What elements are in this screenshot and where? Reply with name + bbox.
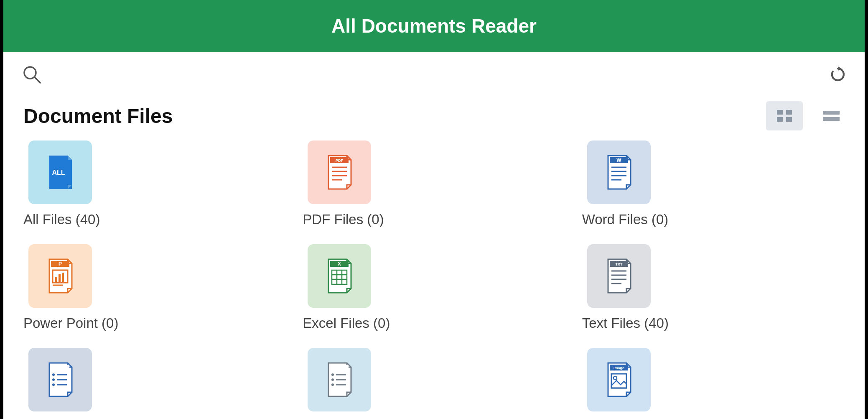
list-view-icon bbox=[821, 107, 841, 124]
category-label-xls: Excel Files (0) bbox=[303, 315, 390, 331]
svg-point-47 bbox=[52, 383, 55, 386]
refresh-button[interactable] bbox=[826, 63, 850, 86]
category-tile-txt: TXT bbox=[587, 244, 651, 308]
svg-text:PDF: PDF bbox=[336, 158, 344, 163]
svg-text:W: W bbox=[616, 157, 621, 163]
category-txt[interactable]: TXT Text Files (40) bbox=[582, 244, 845, 331]
word-file-icon: W bbox=[604, 154, 634, 191]
svg-rect-27 bbox=[62, 273, 64, 282]
svg-point-45 bbox=[52, 378, 55, 381]
category-tile-rtf bbox=[28, 348, 92, 411]
svg-rect-8 bbox=[823, 117, 840, 121]
list-view-button[interactable] bbox=[813, 101, 850, 130]
csv-file-icon bbox=[324, 361, 354, 398]
section-title: Document Files bbox=[23, 105, 173, 128]
view-toggle bbox=[766, 101, 850, 130]
category-tile-csv bbox=[308, 348, 371, 411]
ppt-file-icon: P bbox=[45, 258, 75, 294]
category-tile-xls: X bbox=[308, 244, 371, 308]
app-frame: All Documents Reader Document Files bbox=[3, 0, 865, 419]
svg-text:P: P bbox=[59, 261, 62, 267]
svg-rect-25 bbox=[55, 277, 57, 282]
svg-text:X: X bbox=[338, 261, 341, 267]
category-tile-pdf: PDF bbox=[308, 141, 371, 204]
svg-point-54 bbox=[331, 383, 334, 386]
svg-text:Image: Image bbox=[613, 366, 624, 370]
category-rtf[interactable] bbox=[23, 348, 286, 419]
category-all[interactable]: ALL All Files (40) bbox=[23, 141, 286, 227]
category-label-all: All Files (40) bbox=[23, 212, 100, 227]
svg-rect-49 bbox=[330, 365, 349, 370]
svg-point-43 bbox=[52, 373, 55, 376]
section-header: Document Files bbox=[3, 101, 865, 130]
category-pdf[interactable]: PDF PDF Files (0) bbox=[303, 141, 565, 227]
category-grid: ALL All Files (40) PDF PDF Files (0) W W… bbox=[3, 141, 865, 419]
category-img[interactable]: Image bbox=[582, 348, 845, 419]
category-tile-all: ALL bbox=[28, 141, 92, 204]
search-icon bbox=[22, 64, 42, 84]
svg-text:TXT: TXT bbox=[615, 262, 623, 266]
svg-point-50 bbox=[331, 373, 334, 376]
pdf-file-icon: PDF bbox=[324, 154, 354, 191]
category-tile-img: Image bbox=[587, 348, 651, 411]
app-header: All Documents Reader bbox=[3, 0, 865, 52]
svg-rect-26 bbox=[59, 274, 61, 282]
category-xls[interactable]: X Excel Files (0) bbox=[303, 244, 565, 331]
category-csv[interactable] bbox=[303, 348, 565, 419]
svg-rect-4 bbox=[786, 110, 792, 115]
all-file-icon: ALL bbox=[45, 154, 75, 191]
category-label-word: Word Files (0) bbox=[582, 212, 669, 227]
category-tile-word: W bbox=[587, 141, 651, 204]
svg-rect-5 bbox=[777, 117, 783, 122]
svg-line-1 bbox=[35, 77, 40, 83]
svg-rect-7 bbox=[823, 111, 840, 115]
category-label-txt: Text Files (40) bbox=[582, 315, 669, 331]
grid-view-button[interactable] bbox=[766, 101, 803, 130]
refresh-icon bbox=[829, 66, 847, 83]
svg-rect-6 bbox=[786, 117, 792, 122]
category-ppt[interactable]: P Power Point (0) bbox=[23, 244, 286, 331]
category-word[interactable]: W Word Files (0) bbox=[582, 141, 845, 227]
txt-file-icon: TXT bbox=[604, 258, 634, 294]
search-button[interactable] bbox=[20, 63, 43, 86]
svg-point-52 bbox=[331, 378, 334, 381]
svg-rect-3 bbox=[777, 110, 783, 115]
svg-text:ALL: ALL bbox=[52, 169, 65, 176]
xls-file-icon: X bbox=[324, 258, 354, 294]
category-tile-ppt: P bbox=[28, 244, 92, 308]
svg-rect-42 bbox=[51, 365, 69, 370]
category-label-ppt: Power Point (0) bbox=[23, 315, 118, 331]
rtf-file-icon bbox=[45, 361, 75, 398]
category-label-pdf: PDF Files (0) bbox=[303, 212, 384, 227]
toolbar bbox=[3, 52, 865, 97]
img-file-icon: Image bbox=[604, 361, 634, 398]
grid-view-icon bbox=[774, 107, 794, 124]
app-title: All Documents Reader bbox=[331, 15, 537, 37]
